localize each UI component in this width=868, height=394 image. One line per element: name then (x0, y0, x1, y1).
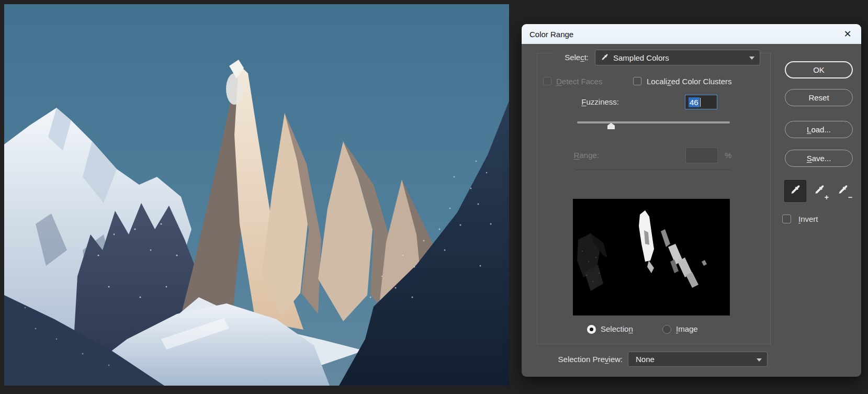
eyedropper-subtract-button[interactable]: − (832, 180, 854, 202)
range-input (685, 148, 718, 163)
label-part: iew: (608, 355, 623, 364)
image-radio-label: Image (676, 323, 698, 335)
eyedropper-plus-icon (814, 184, 826, 198)
chevron-down-icon (749, 57, 754, 60)
selection-preview-thumbnail (573, 199, 730, 316)
dialog-titlebar[interactable]: Color Range ✕ (522, 24, 861, 44)
detect-faces-label: Detect Faces (556, 77, 602, 86)
label-part: uzziness: (586, 97, 619, 106)
load-button[interactable]: Load... (785, 121, 853, 138)
label-part: Selectio (601, 324, 628, 333)
eyedropper-icon (601, 53, 609, 62)
label-part: etect Faces (562, 77, 603, 86)
label-part: ed Color Clusters (671, 77, 732, 86)
reset-button[interactable]: Reset (785, 89, 853, 106)
label-part: Selection Pre (558, 355, 605, 364)
label-part: oad... (811, 125, 831, 134)
label-part: nvert (801, 215, 818, 223)
label-part: n (628, 324, 633, 333)
label-part: ave... (812, 154, 831, 163)
eyedropper-icon (790, 184, 802, 198)
select-label: Select: (540, 51, 589, 64)
select-dropdown[interactable]: Sampled Colors (595, 50, 760, 65)
selection-radio[interactable] (587, 325, 596, 334)
eyedropper-sample-button[interactable] (784, 180, 806, 202)
save-button[interactable]: Save... (785, 150, 853, 167)
screen: Color Range ✕ Select: Sampled Colors Det… (0, 0, 868, 394)
text-caret (700, 98, 701, 107)
label-part: ange: (579, 151, 599, 160)
eyedropper-add-button[interactable]: + (808, 180, 830, 202)
eyedropper-minus-icon (837, 184, 849, 198)
localized-color-clusters-checkbox[interactable] (633, 77, 641, 85)
fuzziness-value: 46 (689, 97, 700, 107)
label-part: mage (678, 324, 698, 333)
label-part: t: (584, 53, 589, 62)
detect-faces-checkbox (543, 77, 551, 85)
chevron-down-icon (757, 358, 762, 362)
mountain-photo (4, 4, 509, 386)
color-range-dialog: Color Range ✕ Select: Sampled Colors Det… (522, 24, 861, 377)
selection-preview-dropdown[interactable]: None (628, 352, 768, 367)
selection-preview-label: Selection Preview: (540, 353, 623, 366)
range-unit-label: % (725, 149, 731, 162)
localized-color-clusters-label: Localized Color Clusters (647, 77, 732, 86)
select-dropdown-value: Sampled Colors (613, 53, 669, 62)
dialog-title: Color Range (529, 30, 573, 39)
invert-checkbox[interactable] (782, 215, 791, 223)
label-part: z (667, 77, 671, 86)
image-radio[interactable] (662, 325, 671, 334)
minus-glyph: − (848, 193, 852, 201)
label-part: S (807, 154, 812, 163)
range-slider-track (576, 170, 730, 171)
selection-preview-value: None (636, 355, 655, 364)
fuzziness-label: Fuzziness: (540, 96, 619, 108)
label-part: D (556, 77, 562, 86)
label-part: R (574, 151, 580, 160)
canvas-image[interactable] (4, 4, 509, 386)
selection-radio-label: Selection (601, 323, 633, 335)
close-icon[interactable]: ✕ (838, 25, 857, 43)
invert-label: Invert (798, 213, 818, 225)
ok-button[interactable]: OK (785, 61, 853, 78)
label-part: c (580, 53, 584, 62)
label-part: Locali (647, 77, 667, 86)
fuzziness-slider-track[interactable] (577, 121, 730, 123)
range-label: Range: (540, 149, 599, 162)
fuzziness-input[interactable]: 46 (685, 95, 717, 109)
plus-glyph: + (825, 193, 829, 201)
selection-mask-image (573, 199, 730, 316)
label-part: Sele (565, 53, 580, 62)
